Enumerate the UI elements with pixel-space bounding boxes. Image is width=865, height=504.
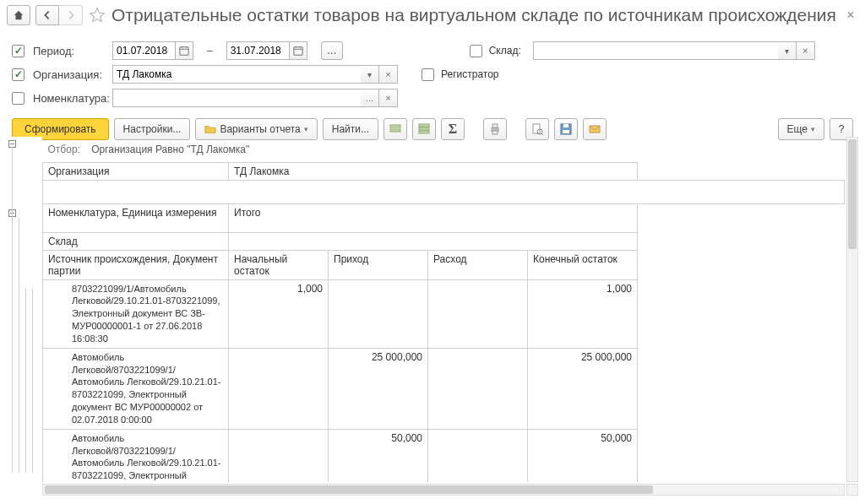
hdr-c1: Начальный остаток [229, 250, 329, 279]
nomen-clear[interactable]: × [379, 89, 398, 107]
hdr-c2: Приход [329, 250, 428, 279]
filters-panel: Период: – … Склад: ▾ × Организ [0, 30, 865, 115]
sklad-input[interactable] [533, 41, 778, 60]
sklad-checkbox[interactable] [470, 45, 482, 57]
page-title: Отрицательные остатки товаров на виртуал… [112, 5, 838, 25]
report-area: Отбор: Организация Равно "ТД Лакомка" Ор… [7, 137, 858, 496]
table-row[interactable]: Автомобиль Легковой/8703221099/1/Автомоб… [43, 429, 845, 482]
close-button[interactable]: × [843, 8, 858, 23]
val-org: ТД Лакомка [229, 162, 638, 180]
forward-button[interactable] [59, 5, 83, 25]
nomen-select[interactable]: … [361, 89, 379, 107]
org-clear[interactable]: × [379, 65, 398, 84]
sklad-clear[interactable]: × [797, 41, 815, 60]
period-label: Период: [33, 45, 104, 57]
org-checkbox[interactable] [12, 68, 24, 81]
sigma-icon: Σ [449, 122, 457, 137]
reg-checkbox[interactable] [422, 68, 434, 81]
vertical-scrollbar[interactable] [846, 137, 858, 482]
home-button[interactable] [7, 5, 30, 25]
org-input[interactable] [112, 65, 361, 84]
hdr-sklad: Склад [43, 232, 229, 250]
favorite-icon[interactable] [88, 6, 106, 24]
date-separator: – [202, 45, 218, 57]
hdr-c3: Расход [428, 250, 528, 279]
svg-rect-0 [180, 47, 188, 55]
filter-value: Организация Равно "ТД Лакомка" [91, 144, 249, 155]
svg-rect-2 [390, 125, 400, 127]
titlebar: Отрицательные остатки товаров на виртуал… [0, 0, 865, 30]
horizontal-scrollbar[interactable] [42, 484, 845, 496]
org-label: Организация: [33, 68, 104, 81]
sklad-label: Склад: [489, 45, 526, 57]
sklad-dropdown[interactable]: ▾ [778, 41, 797, 60]
hdr-total: Итого [229, 203, 638, 232]
outline-toggle-1[interactable] [8, 140, 16, 148]
folder-icon [204, 123, 216, 135]
hdr-nomen: Номенклатура, Единица измерения [43, 203, 229, 232]
report-grid[interactable]: Отбор: Организация Равно "ТД Лакомка" Ор… [42, 137, 845, 482]
svg-rect-3 [390, 129, 400, 132]
svg-rect-1 [294, 47, 302, 55]
table-row[interactable]: Автомобиль Легковой/8703221099/1/Автомоб… [43, 348, 845, 429]
org-dropdown[interactable]: ▾ [361, 65, 379, 84]
svg-rect-10 [533, 124, 540, 133]
period-checkbox[interactable] [12, 45, 24, 57]
hdr-org: Организация [43, 162, 229, 180]
date-from-picker[interactable] [175, 41, 193, 60]
back-button[interactable] [35, 5, 59, 25]
date-from-input[interactable] [112, 41, 175, 60]
nomen-checkbox[interactable] [12, 92, 24, 105]
nomen-label: Номенклатура: [33, 92, 104, 105]
svg-rect-8 [492, 124, 498, 127]
svg-rect-6 [419, 131, 429, 133]
filter-label: Отбор: [48, 144, 80, 155]
svg-rect-14 [563, 130, 569, 133]
table-row[interactable]: 8703221099/1/Автомобиль Легковой/29.10.2… [43, 279, 845, 348]
svg-rect-4 [419, 124, 429, 127]
nomen-input[interactable] [112, 89, 361, 107]
hdr-c4: Конечный остаток [528, 250, 638, 279]
date-to-picker[interactable] [289, 41, 307, 60]
svg-rect-9 [492, 131, 498, 134]
hdr-source: Источник происхождения, Документ партии [43, 250, 229, 279]
outline-gutter[interactable] [7, 137, 42, 496]
scroll-corner [846, 484, 858, 496]
date-to-input[interactable] [226, 41, 289, 60]
period-select-button[interactable]: … [321, 41, 343, 60]
reg-label: Регистратор [441, 68, 499, 80]
svg-rect-5 [419, 127, 429, 130]
svg-rect-13 [563, 124, 569, 127]
